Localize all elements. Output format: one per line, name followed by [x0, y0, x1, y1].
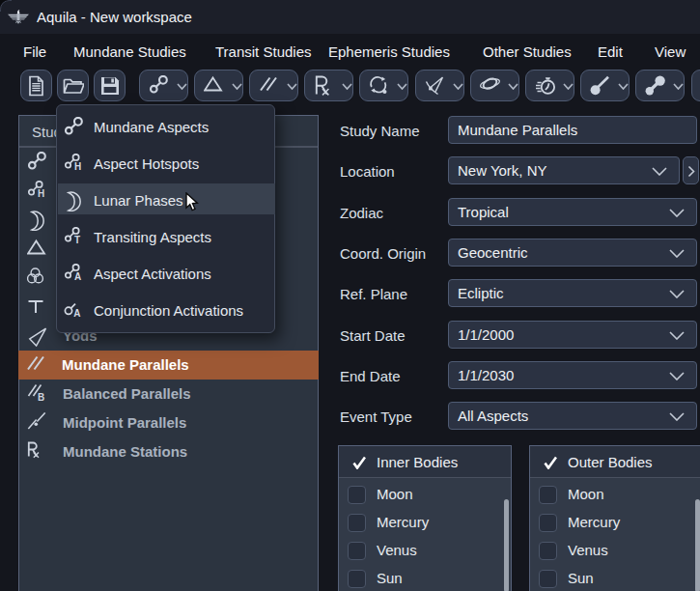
svg-text:A: A	[74, 271, 81, 282]
svg-text:H: H	[38, 188, 44, 199]
svg-text:B: B	[38, 392, 44, 403]
svg-text:H: H	[74, 161, 81, 172]
svg-text:A: A	[73, 308, 80, 319]
svg-text:T: T	[74, 235, 80, 245]
